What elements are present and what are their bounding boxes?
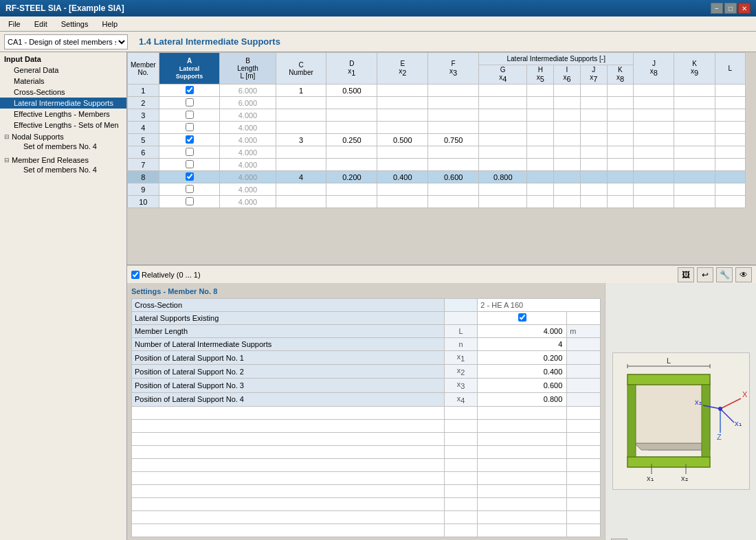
menu-settings[interactable]: Settings xyxy=(56,19,94,30)
grid-icon-btn-2[interactable]: ↩ xyxy=(697,267,713,282)
sidebar-item-lateral-supports[interactable]: Lateral Intermediate Supports xyxy=(0,98,126,109)
menu-file[interactable]: File xyxy=(3,19,26,30)
cell-length: 4.000 xyxy=(220,171,276,183)
table-row[interactable]: 1 6.000 1 0.500 xyxy=(128,85,746,97)
cell-x4 xyxy=(479,109,527,122)
table-row[interactable]: 2 6.000 xyxy=(128,97,746,109)
settings-label-cross-section: Cross-Section xyxy=(132,299,445,312)
grid-icon-btn-1[interactable]: 🖼 xyxy=(678,267,694,282)
col-header-C: CNumber xyxy=(276,53,326,85)
close-button[interactable]: ✕ xyxy=(738,3,751,14)
svg-marker-2 xyxy=(634,443,710,450)
cell-x2 xyxy=(377,109,428,122)
cell-checkbox[interactable] xyxy=(159,97,220,109)
grid-footer-right: 🖼 ↩ 🔧 👁 xyxy=(678,267,752,282)
sidebar-item-member-end-set4[interactable]: Set of members No. 4 xyxy=(4,164,122,175)
cell-x9 xyxy=(674,183,715,196)
settings-label-pos2: Position of Lateral Support No. 2 xyxy=(132,365,445,379)
cell-row-num: 6 xyxy=(128,146,159,159)
cell-checkbox[interactable] xyxy=(159,85,220,97)
settings-row-empty xyxy=(132,419,601,432)
cell-row-num: 4 xyxy=(128,122,159,134)
main-panel: MemberNo. ALateralSupports BLengthL [m] … xyxy=(127,52,756,540)
cell-checkbox[interactable] xyxy=(159,171,220,183)
cell-x9 xyxy=(674,196,715,208)
cell-checkbox[interactable] xyxy=(159,134,220,146)
window-controls: − □ ✕ xyxy=(711,3,751,14)
svg-rect-5 xyxy=(634,381,703,443)
menu-edit[interactable]: Edit xyxy=(29,19,53,30)
settings-panel: Settings - Member No. 8 Cross-Section 2 … xyxy=(127,283,605,540)
cell-x7 xyxy=(580,109,607,122)
cell-extra xyxy=(715,109,745,122)
minimize-button[interactable]: − xyxy=(711,3,723,14)
sidebar-section-input-data: Input Data xyxy=(0,52,126,65)
table-row[interactable]: 9 4.000 xyxy=(128,183,746,196)
sidebar-group-member-end: ⊟ Member End Releases Set of members No.… xyxy=(0,154,126,177)
settings-unit-num-lateral xyxy=(567,338,601,351)
cell-x5 xyxy=(527,134,554,146)
cell-x8 xyxy=(607,171,634,183)
sidebar-item-general-data[interactable]: General Data xyxy=(0,65,126,76)
settings-val-lateral-existing[interactable] xyxy=(478,312,567,325)
col-header-J2: Jx7 xyxy=(580,65,607,85)
settings-unit-pos1 xyxy=(567,351,601,365)
toolbar: CA1 - Design of steel members ≤ 1.4 Late… xyxy=(0,32,756,52)
cell-x6 xyxy=(554,196,581,208)
cell-checkbox[interactable] xyxy=(159,122,220,134)
settings-row-empty xyxy=(132,510,601,524)
cell-checkbox[interactable] xyxy=(159,146,220,159)
table-row[interactable]: 6 4.000 xyxy=(128,146,746,159)
sidebar-group-member-end-label[interactable]: ⊟ Member End Releases xyxy=(4,156,122,164)
table-row[interactable]: 7 4.000 xyxy=(128,159,746,171)
cell-x6 xyxy=(554,146,581,159)
cell-x3 xyxy=(428,109,479,122)
cell-length: 4.000 xyxy=(220,183,276,196)
settings-label-pos1: Position of Lateral Support No. 1 xyxy=(132,351,445,365)
col-header-K2: Kx8 xyxy=(607,65,634,85)
svg-rect-7 xyxy=(627,457,710,467)
cell-checkbox[interactable] xyxy=(159,183,220,196)
menu-help[interactable]: Help xyxy=(96,19,123,30)
cell-number xyxy=(276,146,326,159)
cell-checkbox[interactable] xyxy=(159,159,220,171)
sidebar-group-nodal-label[interactable]: ⊟ Nodal Supports xyxy=(4,133,122,141)
settings-val-cross-section: 2 - HE A 160 xyxy=(478,299,601,312)
module-select[interactable]: CA1 - Design of steel members ≤ xyxy=(4,34,128,49)
cell-x3 xyxy=(428,122,479,134)
maximize-button[interactable]: □ xyxy=(724,3,737,14)
lateral-existing-checkbox[interactable] xyxy=(518,313,526,322)
relatively-checkbox-label[interactable]: Relatively (0 ... 1) xyxy=(131,271,201,279)
cell-checkbox[interactable] xyxy=(159,109,220,122)
svg-point-26 xyxy=(718,407,722,411)
settings-table: Cross-Section 2 - HE A 160 Lateral Suppo… xyxy=(131,298,601,537)
cell-x7 xyxy=(580,97,607,109)
settings-row-pos3: Position of Lateral Support No. 3 x3 0.6… xyxy=(132,379,601,392)
table-row[interactable]: 4 4.000 xyxy=(128,122,746,134)
sidebar-item-nodal-set4[interactable]: Set of members No. 4 xyxy=(4,141,122,152)
sidebar-item-materials[interactable]: Materials xyxy=(0,76,126,87)
grid-area[interactable]: MemberNo. ALateralSupports BLengthL [m] … xyxy=(127,52,756,265)
cell-length: 4.000 xyxy=(220,159,276,171)
table-row[interactable]: 10 4.000 xyxy=(128,196,746,208)
table-row[interactable]: 5 4.000 3 0.250 0.500 0.750 xyxy=(128,134,746,146)
cell-row-num: 7 xyxy=(128,159,159,171)
cell-x9 xyxy=(674,97,715,109)
cell-checkbox[interactable] xyxy=(159,196,220,208)
cell-extra xyxy=(715,183,745,196)
grid-icon-btn-3[interactable]: 🔧 xyxy=(716,267,733,282)
cell-x5 xyxy=(527,122,554,134)
sidebar-item-effective-lengths-members[interactable]: Effective Lengths - Members xyxy=(0,109,126,120)
settings-label-lateral-existing: Lateral Supports Existing xyxy=(132,312,445,325)
sidebar-item-effective-lengths-sets[interactable]: Effective Lengths - Sets of Men xyxy=(0,120,126,131)
grid-icon-btn-4[interactable]: 👁 xyxy=(735,267,752,282)
table-row[interactable]: 3 4.000 xyxy=(128,109,746,122)
cell-x6 xyxy=(554,171,581,183)
table-row-selected[interactable]: 8 4.000 4 0.200 0.400 0.600 0.800 xyxy=(128,171,746,183)
relatively-checkbox[interactable] xyxy=(131,271,140,279)
settings-sym-member-length: L xyxy=(444,325,478,338)
member-end-releases-label: Member End Releases xyxy=(12,156,89,164)
cell-x4 xyxy=(479,122,527,134)
sidebar-item-cross-sections[interactable]: Cross-Sections xyxy=(0,87,126,98)
col-header-G: Gx4 xyxy=(479,65,527,85)
